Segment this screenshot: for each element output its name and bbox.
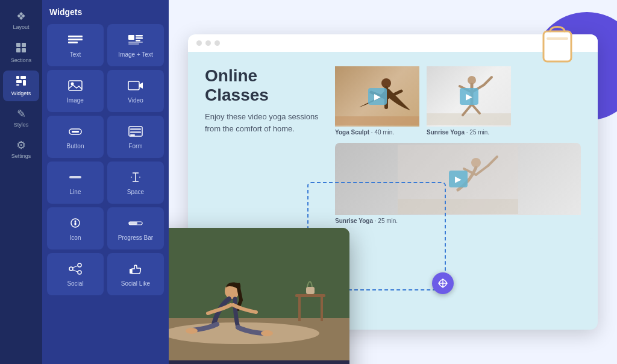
widget-text-label: Text	[70, 51, 81, 58]
sunrise-yoga-2-thumbnail: ▶	[335, 143, 581, 215]
main-area: Online Classes Enjoy these video yoga se…	[169, 0, 617, 364]
sidebar-item-widgets[interactable]: Widgets	[3, 71, 39, 101]
widget-button[interactable]: Button	[47, 116, 104, 158]
svg-point-33	[78, 263, 81, 267]
svg-rect-24	[130, 128, 141, 130]
sidebar-item-settings[interactable]: ⚙ Settings	[3, 135, 39, 164]
widget-line-label: Line	[70, 189, 81, 195]
video-thumb-yoga-sculpt[interactable]: ▶ Yoga Sculpt · 40 min.	[335, 66, 419, 136]
widget-progress-bar-label: Progress Bar	[118, 234, 153, 241]
progress-bar-widget-icon	[127, 216, 144, 231]
svg-rect-55	[298, 297, 301, 321]
svg-rect-18	[69, 81, 82, 90]
sunrise-yoga-1-caption: Sunrise Yoga · 25 min.	[427, 129, 511, 136]
video-thumb-sunrise-1[interactable]: ▶ Sunrise Yoga · 25 min.	[427, 66, 511, 136]
styles-icon: ✎	[17, 108, 26, 119]
form-widget-icon	[127, 125, 144, 140]
sidebar-label-settings: Settings	[11, 153, 31, 159]
video-thumb-sunrise-2[interactable]: ▶ Sunrise Yoga · 25 min.	[335, 143, 581, 224]
widget-line[interactable]: Line	[47, 162, 104, 204]
yoga-sculpt-play-btn[interactable]: ▶	[368, 88, 387, 105]
widget-form[interactable]: Form	[107, 116, 164, 158]
sections-icon	[16, 42, 27, 55]
svg-rect-8	[16, 84, 19, 86]
bag-decoration	[534, 16, 580, 70]
widget-social-like[interactable]: Social Like	[107, 253, 164, 295]
widget-space-label: Space	[127, 189, 144, 195]
svg-point-60	[261, 330, 273, 336]
image-widget-icon	[67, 79, 84, 94]
svg-point-29	[75, 220, 77, 222]
svg-point-59	[186, 328, 198, 334]
widget-form-label: Form	[128, 143, 142, 149]
svg-rect-22	[72, 131, 79, 133]
svg-rect-32	[129, 222, 137, 225]
svg-rect-15	[136, 40, 140, 42]
yoga-sculpt-thumbnail: ▶	[335, 66, 419, 127]
icon-widget-icon	[67, 216, 84, 231]
browser-dot-3	[215, 40, 220, 46]
svg-rect-17	[128, 43, 139, 45]
svg-rect-14	[136, 37, 143, 39]
svg-rect-16	[128, 42, 143, 43]
widget-image[interactable]: Image	[47, 70, 104, 112]
svg-rect-12	[128, 35, 134, 40]
svg-line-37	[73, 270, 78, 272]
sidebar-label-layout: Layout	[13, 24, 29, 30]
sunrise-yoga-1-thumbnail: ▶	[427, 66, 511, 127]
section-title: Online Classes	[205, 66, 325, 105]
sidebar-item-sections[interactable]: Sections	[3, 37, 39, 68]
svg-rect-3	[22, 48, 26, 52]
widgets-panel-title: Widgets	[47, 7, 164, 17]
svg-rect-20	[128, 81, 139, 90]
sunrise-yoga-2-caption: Sunrise Yoga · 25 min.	[335, 218, 581, 224]
move-handle[interactable]	[432, 272, 454, 294]
svg-point-35	[69, 267, 73, 271]
right-column: ▶ Yoga Sculpt · 40 min.	[335, 66, 581, 224]
browser-dot-2	[205, 40, 211, 46]
svg-rect-9	[68, 36, 83, 37]
svg-rect-2	[16, 48, 20, 52]
widget-progress-bar[interactable]: Progress Bar	[107, 207, 164, 249]
space-widget-icon	[127, 171, 144, 186]
widget-image-label: Image	[67, 97, 84, 104]
browser-dot-1	[196, 40, 202, 46]
svg-point-50	[163, 322, 319, 344]
sunrise-yoga-1-play-btn[interactable]: ▶	[460, 88, 478, 105]
line-widget-icon	[67, 171, 84, 186]
widget-video[interactable]: Video	[107, 70, 164, 112]
sidebar-item-layout[interactable]: ❖ Layout	[3, 6, 39, 35]
widget-icon[interactable]: Icon	[47, 207, 104, 249]
image-text-widget-icon	[127, 33, 144, 48]
svg-rect-6	[16, 80, 22, 83]
video-row-top: ▶ Yoga Sculpt · 40 min.	[335, 66, 581, 136]
widgets-panel: Widgets Text	[42, 0, 169, 364]
svg-rect-1	[22, 43, 26, 47]
left-column: Online Classes Enjoy these video yoga se…	[205, 66, 325, 224]
social-widget-icon	[67, 262, 84, 277]
widget-image-text[interactable]: Image + Text	[107, 24, 164, 66]
widgets-grid: Text Image + Text	[47, 24, 164, 295]
svg-rect-10	[68, 39, 83, 40]
browser-content: Online Classes Enjoy these video yoga se…	[188, 52, 598, 239]
sidebar-label-sections: Sections	[11, 57, 32, 63]
text-widget-icon	[67, 33, 84, 48]
svg-rect-57	[306, 287, 315, 294]
widget-space[interactable]: Space	[107, 162, 164, 204]
sidebar-item-styles[interactable]: ✎ Styles	[3, 104, 39, 133]
svg-rect-41	[335, 116, 419, 125]
svg-rect-54	[295, 294, 325, 297]
settings-icon: ⚙	[16, 140, 26, 151]
svg-rect-0	[16, 43, 20, 47]
widget-text[interactable]: Text	[47, 24, 104, 66]
svg-rect-27	[69, 176, 81, 178]
widget-video-label: Video	[128, 97, 143, 104]
widget-social[interactable]: Social	[47, 253, 104, 295]
video-widget-icon	[127, 79, 144, 94]
sunrise-yoga-2-play-btn[interactable]: ▶	[449, 171, 468, 187]
svg-rect-38	[130, 269, 132, 274]
svg-rect-39	[543, 31, 571, 61]
svg-rect-4	[16, 76, 19, 79]
sidebar: ❖ Layout Sections Widgets ✎ Style	[0, 0, 42, 364]
widget-social-like-label: Social Like	[121, 280, 150, 287]
